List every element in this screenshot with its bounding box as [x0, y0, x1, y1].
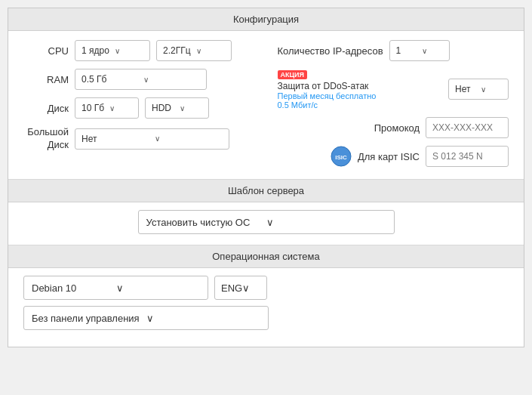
ddos-row: АКЦИЯ Защита от DDoS-атак Первый месяц б…	[278, 69, 509, 110]
ram-dropdown[interactable]: 0.5 Гб ∨	[75, 69, 207, 90]
ddos-info: АКЦИЯ Защита от DDoS-атак Первый месяц б…	[278, 69, 443, 110]
isic-row: ISIC Для карт ISIC	[278, 146, 509, 167]
ddos-arrow: ∨	[481, 85, 502, 94]
template-dropdown[interactable]: Установить чистую ОС ∨	[138, 210, 395, 234]
big-disk-label: Большой Диск	[23, 126, 69, 152]
disk-label: Диск	[23, 103, 69, 114]
ram-row: RAM 0.5 Гб ∨	[23, 69, 255, 90]
lang-arrow: ∨	[242, 282, 260, 294]
template-value: Установить чистую ОС	[146, 217, 266, 228]
ip-dropdown[interactable]: 1 ∨	[389, 40, 450, 61]
ram-arrow: ∨	[143, 76, 201, 84]
ddos-badge: АКЦИЯ	[278, 70, 308, 79]
config-right-col: Количество IP-адресов 1 ∨ АКЦИЯ Защита о…	[278, 40, 509, 167]
promo-input[interactable]	[426, 117, 509, 138]
disk-type-arrow: ∨	[180, 104, 203, 113]
panel-arrow: ∨	[146, 313, 261, 324]
ip-value: 1	[396, 45, 417, 56]
ip-arrow: ∨	[422, 47, 443, 55]
cpu-row: CPU 1 ядро ∨ 2.2ГГц ∨	[23, 40, 255, 61]
ddos-title: Защита от DDoS-атак	[278, 81, 443, 91]
big-disk-arrow: ∨	[155, 134, 223, 143]
isic-icon: ISIC	[331, 146, 352, 167]
isic-label: Для карт ISIC	[358, 151, 420, 162]
cpu-cores-value: 1 ядро	[81, 45, 110, 56]
template-header: Шаблон сервера	[8, 180, 524, 202]
cpu-freq-dropdown[interactable]: 2.2ГГц ∨	[156, 40, 232, 61]
lang-value: ENG	[221, 282, 242, 294]
promo-row: Промокод	[278, 117, 509, 138]
template-section: Установить чистую ОС ∨	[8, 202, 524, 245]
os-value: Debian 10	[32, 282, 116, 294]
os-row: Debian 10 ∨ ENG ∨	[23, 276, 509, 300]
os-arrow: ∨	[116, 282, 201, 294]
ddos-value: Нет	[455, 84, 476, 94]
disk-row: Диск 10 Гб ∨ HDD ∨	[23, 97, 255, 119]
disk-size-arrow: ∨	[109, 104, 133, 113]
os-header: Операционная система	[8, 245, 524, 268]
disk-size-value: 10 Гб	[81, 103, 105, 113]
big-disk-row: Большой Диск Нет ∨	[23, 126, 255, 152]
config-section: CPU 1 ядро ∨ 2.2ГГц ∨ RAM 0.5 Гб ∨	[8, 31, 524, 180]
promo-label: Промокод	[374, 122, 420, 134]
cpu-freq-arrow: ∨	[196, 47, 225, 55]
ram-value: 0.5 Гб	[81, 74, 139, 85]
disk-type-value: HDD	[152, 103, 175, 113]
ram-label: RAM	[23, 74, 69, 85]
svg-text:ISIC: ISIC	[335, 154, 347, 161]
ddos-dropdown[interactable]: Нет ∨	[448, 79, 509, 100]
template-arrow: ∨	[266, 217, 386, 228]
cpu-cores-dropdown[interactable]: 1 ядро ∨	[75, 40, 150, 61]
ip-label: Количество IP-адресов	[278, 45, 383, 57]
big-disk-value: Нет	[81, 134, 150, 144]
config-left-col: CPU 1 ядро ∨ 2.2ГГц ∨ RAM 0.5 Гб ∨	[23, 40, 255, 167]
os-section: Debian 10 ∨ ENG ∨ Без панели управления …	[8, 268, 524, 347]
disk-size-dropdown[interactable]: 10 Гб ∨	[75, 97, 139, 119]
panel-dropdown[interactable]: Без панели управления ∨	[23, 306, 269, 330]
isic-input[interactable]	[426, 146, 509, 167]
config-grid: CPU 1 ядро ∨ 2.2ГГц ∨ RAM 0.5 Гб ∨	[23, 40, 509, 167]
disk-type-dropdown[interactable]: HDD ∨	[145, 97, 209, 119]
lang-dropdown[interactable]: ENG ∨	[214, 276, 267, 300]
cpu-label: CPU	[23, 45, 69, 57]
ddos-subtitle: Первый месяц бесплатно 0.5 Мбит/с	[278, 91, 443, 110]
cpu-cores-arrow: ∨	[115, 47, 143, 55]
panel-value: Без панели управления	[32, 313, 146, 324]
os-dropdown[interactable]: Debian 10 ∨	[23, 276, 208, 300]
ip-row: Количество IP-адресов 1 ∨	[278, 40, 509, 61]
big-disk-dropdown[interactable]: Нет ∨	[75, 128, 229, 150]
cpu-freq-value: 2.2ГГц	[163, 45, 192, 56]
panel-row: Без панели управления ∨	[23, 306, 509, 330]
config-header: Конфигурация	[8, 8, 524, 31]
main-container: Конфигурация CPU 1 ядро ∨ 2.2ГГц ∨	[8, 8, 524, 347]
